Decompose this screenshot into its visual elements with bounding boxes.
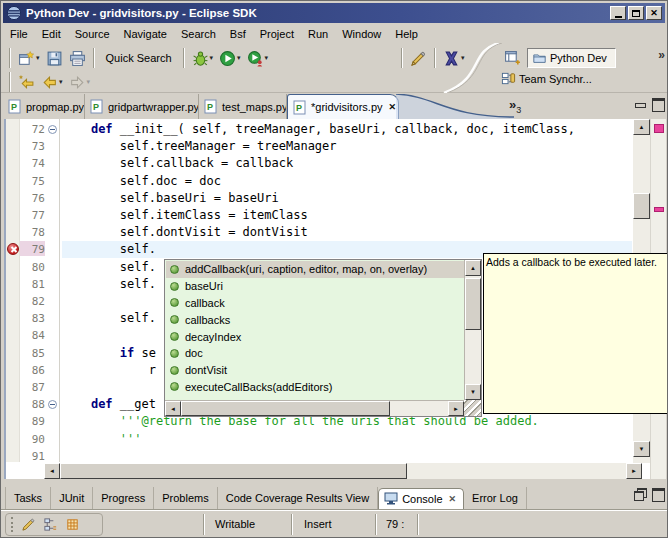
code-text: self.callback = callback bbox=[62, 155, 632, 172]
view-pane-controls bbox=[634, 488, 664, 499]
completion-item[interactable]: doc bbox=[166, 345, 464, 362]
forward-button[interactable]: ▾ bbox=[66, 71, 94, 94]
scroll-left-icon[interactable]: ◄ bbox=[44, 463, 60, 479]
view-tab[interactable]: Progress bbox=[93, 487, 154, 509]
code-row: 76 self.baseUri = baseUri bbox=[6, 190, 666, 207]
popup-horizontal-scrollbar[interactable]: ◄ ► bbox=[165, 400, 464, 416]
scroll-right-icon[interactable]: ► bbox=[626, 463, 642, 479]
code-row: 74 self.callback = callback bbox=[6, 155, 666, 172]
title-bar[interactable]: Python Dev - gridvisitors.py - Eclipse S… bbox=[3, 3, 665, 23]
console-hierarchy-icon[interactable] bbox=[43, 517, 58, 532]
horizontal-scroll-thumb[interactable] bbox=[181, 401, 390, 416]
print-icon bbox=[69, 50, 86, 67]
overview-error-marker[interactable] bbox=[654, 124, 664, 133]
back-button[interactable]: ▾ bbox=[38, 71, 66, 94]
tab-overflow-chevron[interactable]: »3 bbox=[509, 97, 521, 115]
last-edit-location-button[interactable] bbox=[15, 71, 38, 94]
view-tab[interactable]: JUnit bbox=[51, 487, 93, 509]
view-tab[interactable]: Error Log bbox=[464, 487, 527, 509]
toolbar-row-1: ▾ Quick Search ▾ ▾ ▾ bbox=[5, 46, 468, 70]
vertical-scroll-thumb[interactable] bbox=[465, 278, 481, 330]
fold-minus-icon[interactable] bbox=[48, 400, 57, 409]
close-button[interactable]: ✕ bbox=[646, 6, 662, 20]
eclipse-logo-icon bbox=[6, 5, 22, 21]
completion-item[interactable]: baseUri bbox=[166, 278, 464, 295]
error-icon[interactable] bbox=[7, 243, 19, 255]
scroll-right-icon[interactable]: ► bbox=[448, 401, 464, 416]
menu-item-source[interactable]: Source bbox=[68, 26, 117, 42]
fold-minus-icon[interactable] bbox=[48, 125, 57, 134]
completion-item[interactable]: decayIndex bbox=[166, 328, 464, 345]
maximize-pane-button[interactable] bbox=[652, 488, 664, 499]
menu-item-project[interactable]: Project bbox=[253, 26, 301, 42]
horizontal-scroll-thumb[interactable] bbox=[60, 463, 407, 479]
view-tab[interactable]: Tasks bbox=[5, 487, 51, 509]
maximize-pane-button[interactable] bbox=[652, 98, 664, 109]
code-row: 75 self.doc = doc bbox=[6, 173, 666, 190]
editor-tab[interactable]: Pgridpartwrapper.py bbox=[85, 94, 199, 119]
editor-tab[interactable]: Ptest_maps.py bbox=[199, 94, 287, 119]
popup-vertical-scrollbar[interactable]: ▲ ▼ bbox=[464, 260, 481, 400]
minimize-button[interactable] bbox=[610, 6, 626, 20]
menu-item-search[interactable]: Search bbox=[174, 26, 223, 42]
scroll-up-icon[interactable]: ▲ bbox=[633, 119, 650, 135]
completion-list[interactable]: addCallback(uri, caption, editor, map, o… bbox=[166, 261, 464, 400]
completion-item[interactable]: addCallback(uri, caption, editor, map, o… bbox=[166, 261, 464, 278]
completion-item[interactable]: executeCallBacks(addEditors) bbox=[166, 379, 464, 396]
status-bar: Writable Insert 79 : bbox=[1, 509, 668, 538]
view-tab[interactable]: Code Coverage Results View bbox=[218, 487, 378, 509]
maximize-button[interactable] bbox=[628, 6, 644, 20]
vertical-scroll-thumb[interactable] bbox=[633, 193, 650, 219]
menu-item-navigate[interactable]: Navigate bbox=[117, 26, 174, 42]
console-icon bbox=[384, 492, 398, 505]
code-row: 91 bbox=[6, 448, 666, 462]
quick-search-button[interactable]: Quick Search bbox=[99, 49, 179, 67]
menu-item-run[interactable]: Run bbox=[301, 26, 335, 42]
view-tab[interactable]: Problems bbox=[154, 487, 217, 509]
scroll-down-icon[interactable]: ▼ bbox=[633, 441, 650, 457]
annotate-pen-button[interactable] bbox=[407, 47, 430, 70]
menu-item-window[interactable]: Window bbox=[335, 26, 388, 42]
open-perspective-button[interactable] bbox=[501, 46, 524, 69]
scroll-up-icon[interactable]: ▲ bbox=[465, 260, 481, 276]
code-text: self.itemClass = itemClass bbox=[62, 207, 632, 224]
debug-button[interactable]: ▾ bbox=[189, 47, 217, 70]
menu-item-edit[interactable]: Edit bbox=[35, 26, 68, 42]
perspective-python-dev-button[interactable]: Python Dev bbox=[527, 48, 616, 68]
tab-close-icon[interactable]: ✕ bbox=[389, 102, 397, 112]
new-wizard-button[interactable]: ▾ bbox=[15, 47, 43, 70]
tab-close-icon[interactable]: ✕ bbox=[449, 494, 457, 504]
dropdown-icon: ▾ bbox=[461, 54, 465, 62]
completion-item[interactable]: dontVisit bbox=[166, 362, 464, 379]
minimize-pane-button[interactable] bbox=[634, 98, 646, 109]
coverage-run-button[interactable]: ▾ bbox=[244, 47, 272, 70]
scroll-down-icon[interactable]: ▼ bbox=[465, 384, 481, 400]
menu-item-bsf[interactable]: Bsf bbox=[223, 26, 253, 42]
perspective-switcher: Python Dev » Team Synchr... bbox=[499, 45, 667, 93]
print-button[interactable] bbox=[66, 47, 89, 70]
popup-resize-grip[interactable] bbox=[464, 400, 481, 416]
filter-button[interactable]: ▾ bbox=[440, 47, 468, 70]
save-button[interactable] bbox=[43, 47, 66, 70]
editor-tab[interactable]: P*gridvisitors.py✕ bbox=[287, 94, 399, 119]
run-button[interactable]: ▾ bbox=[216, 47, 244, 70]
console-grid-icon[interactable] bbox=[65, 517, 80, 532]
minimize-icon bbox=[615, 16, 622, 18]
view-tab-label: Code Coverage Results View bbox=[226, 492, 369, 504]
perspective-overflow-chevron[interactable]: » bbox=[658, 48, 665, 62]
overview-marker[interactable] bbox=[654, 207, 664, 212]
editor-tab[interactable]: Ppropmap.py bbox=[3, 94, 85, 119]
completion-item[interactable]: callback bbox=[166, 295, 464, 312]
perspective-team-synchronizing-button[interactable]: Team Synchr... bbox=[501, 71, 592, 86]
toolbar-drag-handle[interactable] bbox=[11, 517, 14, 532]
scroll-left-icon[interactable]: ◄ bbox=[165, 401, 181, 416]
pen-icon bbox=[410, 50, 427, 67]
completion-tooltip: Adds a callback to be executed later. bbox=[483, 253, 668, 414]
restore-pane-button[interactable] bbox=[634, 488, 646, 499]
view-tab[interactable]: Console✕ bbox=[378, 488, 464, 509]
completion-item[interactable]: callbacks bbox=[166, 311, 464, 328]
menu-item-help[interactable]: Help bbox=[388, 26, 425, 42]
editor-horizontal-scrollbar[interactable]: ◄ ► bbox=[44, 463, 642, 479]
pin-console-pen-icon[interactable] bbox=[21, 517, 36, 532]
menu-item-file[interactable]: File bbox=[3, 26, 35, 42]
